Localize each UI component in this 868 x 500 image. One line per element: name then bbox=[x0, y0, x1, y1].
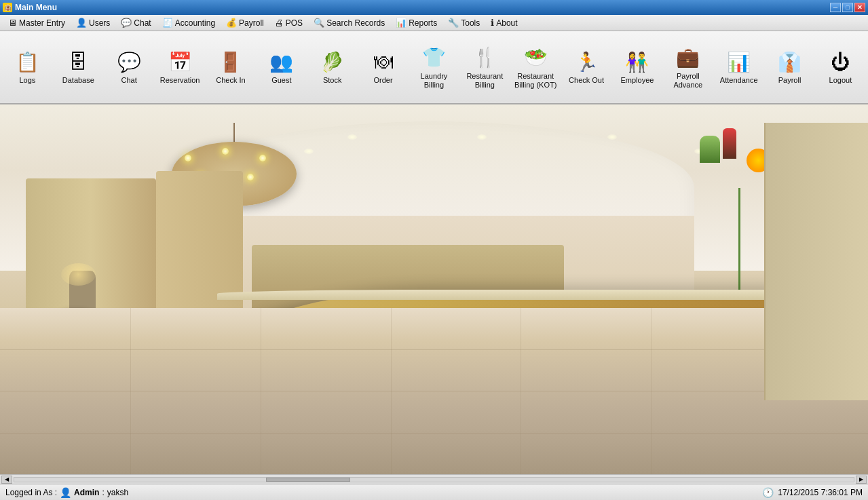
attendance-icon: 📊 bbox=[726, 49, 752, 75]
toolbar-btn-checkin[interactable]: 🚪Check In bbox=[206, 37, 256, 98]
payroll-icon: 👔 bbox=[777, 49, 803, 75]
menu-bar: 🖥Master Entry👤Users💬Chat🧾Accounting💰Payr… bbox=[0, 15, 868, 31]
reservation-icon: 📅 bbox=[167, 49, 193, 75]
menu-label-users: Users bbox=[89, 18, 110, 28]
toolbar-btn-payroll[interactable]: 👔Payroll bbox=[765, 37, 814, 98]
toolbar-btn-stock[interactable]: 🥬Stock bbox=[307, 37, 357, 98]
menu-label-pos: POS bbox=[286, 18, 303, 28]
toolbar-btn-employee[interactable]: 👫Employee bbox=[613, 37, 662, 98]
logs-label: Logs bbox=[20, 76, 36, 85]
database-icon: 🗄 bbox=[65, 49, 91, 75]
tools-menu-icon: 🔧 bbox=[448, 18, 459, 28]
toolbar-btn-guest[interactable]: 👥Guest bbox=[257, 37, 306, 98]
title-bar-title: Main Menu bbox=[15, 3, 57, 12]
flower-green bbox=[700, 136, 720, 163]
user-icon: 👤 bbox=[60, 487, 71, 498]
toolbar-btn-order[interactable]: 🍽Order bbox=[358, 37, 408, 98]
app-icon-glyph: 🏨 bbox=[4, 4, 12, 11]
floor-tile-v2 bbox=[261, 308, 261, 474]
status-bar: Logged in As : 👤 Admin : yaksh 🕐 17/12/2… bbox=[0, 484, 868, 500]
logout-label: Logout bbox=[829, 76, 852, 85]
light-1 bbox=[347, 134, 357, 140]
toolbar-btn-attendance[interactable]: 📊Attendance bbox=[714, 37, 763, 98]
menu-item-users[interactable]: 👤Users bbox=[71, 16, 115, 31]
toolbar-btn-payroll-advance[interactable]: 💼Payroll Advance bbox=[663, 37, 713, 98]
toolbar-btn-reservation[interactable]: 📅Reservation bbox=[155, 37, 205, 98]
chat-label: Chat bbox=[121, 76, 137, 85]
accounting-menu-icon: 🧾 bbox=[162, 18, 173, 28]
bulb-5 bbox=[247, 174, 254, 180]
menu-label-about: About bbox=[496, 18, 517, 28]
toolbar-btn-chat[interactable]: 💬Chat bbox=[105, 37, 154, 98]
floor-tile-v5 bbox=[651, 308, 652, 474]
session-name: yaksh bbox=[107, 488, 128, 497]
menu-item-master-entry[interactable]: 🖥Master Entry bbox=[3, 16, 71, 31]
datetime: 17/12/2015 7:36:01 PM bbox=[778, 488, 863, 497]
floor-tile-v3 bbox=[391, 308, 392, 474]
laundry-billing-icon: 👕 bbox=[421, 45, 447, 71]
toolbar-btn-restaurant-billing-kot[interactable]: 🥗Restaurant Billing (KOT) bbox=[511, 37, 561, 98]
minimize-button[interactable]: ─ bbox=[830, 3, 841, 12]
logs-icon: 📋 bbox=[14, 49, 40, 75]
menu-item-payroll[interactable]: 💰Payroll bbox=[221, 16, 269, 31]
light-3 bbox=[607, 134, 617, 140]
bulb-3 bbox=[259, 155, 266, 161]
scroll-right-arrow[interactable]: ▶ bbox=[856, 476, 867, 484]
light-2 bbox=[477, 134, 487, 140]
title-bar-controls: ─ □ ✕ bbox=[830, 3, 865, 12]
toolbar-btn-logs[interactable]: 📋Logs bbox=[3, 37, 52, 98]
scrollbar-container: ◀ ▶ bbox=[0, 474, 868, 484]
menu-item-reports[interactable]: 📊Reports bbox=[390, 16, 442, 31]
scroll-track[interactable] bbox=[14, 477, 854, 482]
restaurant-billing-label: Restaurant Billing bbox=[462, 72, 508, 90]
clock-icon: 🕐 bbox=[762, 487, 774, 498]
hotel-lobby-bg bbox=[0, 104, 868, 474]
floor-tile-v4 bbox=[521, 308, 521, 474]
order-icon: 🍽 bbox=[371, 49, 396, 75]
restore-button[interactable]: □ bbox=[842, 3, 853, 12]
pos-menu-icon: 🖨 bbox=[275, 18, 284, 28]
flower-extra bbox=[723, 128, 736, 159]
stock-icon: 🥬 bbox=[320, 49, 345, 75]
toolbar: 📋Logs🗄Database💬Chat📅Reservation🚪Check In… bbox=[0, 31, 868, 104]
attendance-label: Attendance bbox=[720, 76, 758, 85]
menu-item-tools[interactable]: 🔧Tools bbox=[442, 16, 485, 31]
menu-item-chat[interactable]: 💬Chat bbox=[115, 16, 156, 31]
app-icon: 🏨 bbox=[3, 3, 12, 12]
menu-item-about[interactable]: ℹAbout bbox=[485, 16, 523, 31]
employee-label: Employee bbox=[620, 76, 654, 85]
users-menu-icon: 👤 bbox=[76, 18, 87, 28]
toolbar-btn-restaurant-billing[interactable]: 🍴Restaurant Billing bbox=[460, 37, 510, 98]
restaurant-billing-icon: 🍴 bbox=[472, 45, 497, 71]
reports-menu-icon: 📊 bbox=[396, 18, 407, 28]
menu-label-reports: Reports bbox=[409, 18, 437, 28]
logout-icon: ⏻ bbox=[827, 49, 853, 75]
menu-item-pos[interactable]: 🖨POS bbox=[269, 16, 308, 31]
admin-label: Admin bbox=[74, 488, 99, 497]
guest-icon: 👥 bbox=[269, 49, 295, 75]
status-right: 🕐 17/12/2015 7:36:01 PM bbox=[762, 487, 863, 498]
checkin-label: Check In bbox=[216, 76, 245, 85]
guest-label: Guest bbox=[271, 76, 291, 85]
toolbar-btn-laundry-billing[interactable]: 👕Laundry Billing bbox=[409, 37, 459, 98]
close-button[interactable]: ✕ bbox=[854, 3, 865, 12]
bulb-2 bbox=[222, 148, 229, 155]
menu-label-chat: Chat bbox=[134, 18, 151, 28]
right-wall-panel bbox=[764, 123, 868, 400]
menu-item-search-records[interactable]: 🔍Search Records bbox=[308, 16, 390, 31]
desk-top bbox=[217, 290, 781, 300]
search-records-menu-icon: 🔍 bbox=[314, 18, 324, 28]
toolbar-btn-checkout[interactable]: 🏃Check Out bbox=[562, 37, 611, 98]
menu-label-payroll: Payroll bbox=[239, 18, 264, 28]
menu-label-search-records: Search Records bbox=[326, 18, 385, 28]
scroll-left-arrow[interactable]: ◀ bbox=[1, 476, 12, 484]
menu-item-accounting[interactable]: 🧾Accounting bbox=[157, 16, 221, 31]
chat-menu-icon: 💬 bbox=[121, 18, 132, 28]
restaurant-billing-kot-label: Restaurant Billing (KOT) bbox=[513, 72, 559, 90]
scroll-thumb[interactable] bbox=[266, 478, 350, 482]
toolbar-btn-logout[interactable]: ⏻Logout bbox=[816, 37, 865, 98]
title-bar: 🏨 Main Menu ─ □ ✕ bbox=[0, 0, 868, 15]
payroll-label: Payroll bbox=[778, 76, 801, 85]
toolbar-btn-database[interactable]: 🗄Database bbox=[54, 37, 103, 98]
restaurant-billing-kot-icon: 🥗 bbox=[523, 45, 548, 71]
